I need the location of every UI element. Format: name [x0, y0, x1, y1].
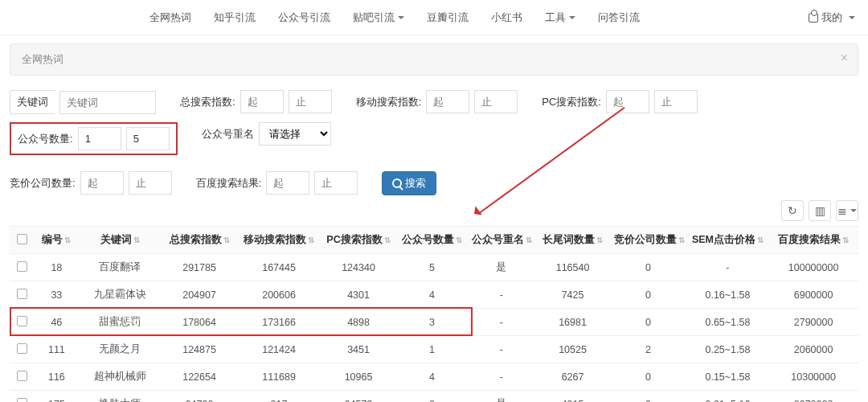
col-keyword[interactable]: 关键词⇅: [79, 227, 161, 254]
keyword-label: 关键词: [10, 90, 55, 114]
mobile-index-to[interactable]: [474, 90, 518, 113]
pc-index-label: PC搜索指数:: [542, 91, 601, 113]
nav-item-7[interactable]: 问答引流: [598, 10, 640, 25]
nav-item-5[interactable]: 小红书: [491, 10, 522, 25]
cell-mobile: 200606: [238, 281, 320, 309]
bidco-to[interactable]: [129, 171, 172, 195]
cell-sem: 0.15~1.58: [687, 363, 769, 391]
col-gzh[interactable]: 公众号数量⇅: [397, 227, 466, 254]
col-mobile[interactable]: 移动搜索指数⇅: [238, 227, 320, 254]
col-pc[interactable]: PC搜索指数⇅: [320, 227, 397, 254]
cell-long: 16981: [536, 309, 609, 336]
cell-pc: 4898: [320, 309, 397, 336]
table-body: 18百度翻译2917851674451243405是1165400-100000…: [10, 254, 858, 403]
total-index-to[interactable]: [289, 90, 332, 113]
cell-mobile: 173166: [238, 309, 320, 336]
nav-item-2[interactable]: 公众号引流: [278, 10, 330, 25]
cell-dup: -: [467, 363, 536, 391]
checkbox-all[interactable]: [17, 234, 27, 244]
col-dup[interactable]: 公众号重名⇅: [467, 227, 536, 254]
user-menu-label: 我的: [821, 10, 842, 25]
table-row[interactable]: 46甜蜜惩罚17806417316648983-1698100.65~1.582…: [10, 309, 858, 336]
col-id[interactable]: 编号⇅: [34, 227, 79, 254]
cell-gzh: 4: [397, 363, 466, 391]
cell-long: 4015: [536, 391, 609, 403]
cell-long: 116540: [536, 254, 609, 281]
col-baidu[interactable]: 百度搜索结果⇅: [768, 227, 858, 254]
table-row[interactable]: 116超神机械师122654111689109654-626700.15~1.5…: [10, 363, 858, 391]
filter-baidu-results: 百度搜索结果:: [196, 171, 358, 195]
columns-icon[interactable]: ▥: [809, 200, 831, 221]
nav-item-1[interactable]: 知乎引流: [214, 10, 256, 25]
gzh-dup-select[interactable]: 请选择: [259, 122, 331, 146]
col-sem[interactable]: SEM点击价格⇅: [687, 227, 769, 254]
col-total[interactable]: 总搜索指数⇅: [161, 227, 238, 254]
col-long[interactable]: 长尾词数量⇅: [536, 227, 609, 254]
cell-bid: 0: [609, 309, 686, 336]
cell-sem: 0.25~1.58: [687, 336, 769, 363]
results-table: 编号⇅ 关键词⇅ 总搜索指数⇅ 移动搜索指数⇅ PC搜索指数⇅ 公众号数量⇅ 公…: [10, 226, 858, 402]
baidu-results-from[interactable]: [266, 171, 309, 195]
cell-id: 33: [34, 281, 79, 309]
baidu-results-to[interactable]: [314, 171, 358, 195]
keyword-input[interactable]: [59, 91, 156, 114]
banner-close-icon[interactable]: ×: [841, 51, 848, 65]
cell-total: 291785: [161, 254, 238, 281]
cell-bid: 0: [609, 254, 686, 281]
cell-sem: 0.65~1.58: [687, 309, 769, 336]
cell-dup: -: [467, 281, 536, 309]
cell-bid: 0: [609, 363, 686, 391]
nav-item-4[interactable]: 豆瓣引流: [427, 10, 469, 25]
cell-sem: 0.16~1.58: [687, 281, 769, 309]
table-wrap: 编号⇅ 关键词⇅ 总搜索指数⇅ 移动搜索指数⇅ PC搜索指数⇅ 公众号数量⇅ 公…: [0, 226, 868, 402]
page-banner: 全网热词 ×: [10, 43, 858, 76]
cell-gzh: 4: [397, 281, 466, 309]
cell-pc: 3451: [320, 336, 397, 363]
pc-index-to[interactable]: [654, 90, 698, 113]
row-checkbox[interactable]: [17, 343, 27, 354]
cell-baidu: 10300000: [768, 363, 858, 391]
search-button[interactable]: 搜索: [382, 171, 436, 195]
cell-dup: -: [467, 309, 536, 336]
filter-gzh-count-highlighted: 公众号数量:: [10, 122, 178, 155]
cell-keyword: 甜蜜惩罚: [79, 309, 161, 336]
user-icon: [809, 13, 818, 23]
nav-item-0[interactable]: 全网热词: [149, 10, 191, 25]
cell-mobile: 121424: [238, 336, 320, 363]
user-menu[interactable]: 我的: [809, 10, 855, 25]
filter-bid-company: 竞价公司数量:: [10, 171, 172, 195]
cell-bid: 0: [609, 281, 686, 309]
cell-bid: 0: [609, 391, 686, 403]
col-checkbox[interactable]: [10, 227, 34, 254]
cell-sem: 0.21~5.16: [687, 391, 769, 403]
row-checkbox[interactable]: [17, 289, 27, 299]
pc-index-from[interactable]: [606, 90, 649, 113]
row-checkbox[interactable]: [17, 398, 27, 403]
refresh-icon[interactable]: ↻: [781, 200, 804, 221]
table-row[interactable]: 18百度翻译2917851674451243405是1165400-100000…: [10, 254, 858, 281]
view-icon[interactable]: ≣: [836, 200, 858, 221]
row-checkbox[interactable]: [17, 371, 27, 381]
cell-baidu: 6900000: [768, 281, 858, 309]
nav-item-3[interactable]: 贴吧引流: [353, 10, 404, 25]
table-row[interactable]: 111无颜之月12487512142434511-1052520.25~1.58…: [10, 336, 858, 363]
col-bid[interactable]: 竞价公司数量⇅: [609, 227, 686, 254]
cell-total: 122654: [161, 363, 238, 391]
cell-gzh: 2: [397, 391, 466, 403]
table-row[interactable]: 33九星霸体诀20490720060643014-742500.16~1.586…: [10, 281, 858, 309]
gzh-count-to[interactable]: [126, 127, 170, 150]
cell-sem: -: [687, 254, 769, 281]
row-checkbox[interactable]: [17, 261, 27, 272]
bidco-from[interactable]: [80, 171, 124, 195]
gzh-count-from[interactable]: [78, 127, 121, 150]
row-checkbox[interactable]: [17, 316, 27, 326]
top-nav: 全网热词 知乎引流 公众号引流 贴吧引流 豆瓣引流 小红书 工具 问答引流 我的: [0, 0, 868, 35]
table-row[interactable]: 175换肤大师94790217945732是401500.21~5.168070…: [10, 391, 858, 403]
table-toolbar: ↻ ▥ ≣: [0, 200, 868, 226]
mobile-index-from[interactable]: [426, 90, 469, 113]
filter-gzh-dup: 公众号重名 请选择: [202, 122, 331, 146]
total-index-from[interactable]: [240, 90, 284, 113]
cell-gzh: 1: [397, 336, 466, 363]
banner-title: 全网热词: [22, 53, 63, 65]
nav-item-6[interactable]: 工具: [545, 10, 575, 25]
